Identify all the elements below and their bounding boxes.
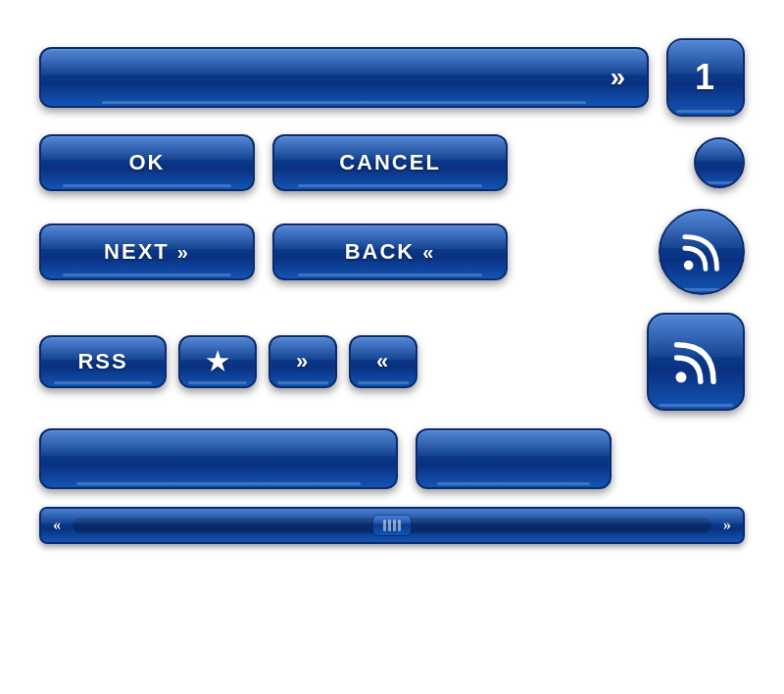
ok-button[interactable]: OK	[39, 134, 255, 191]
rss-text-button[interactable]: RSS	[39, 335, 167, 388]
number-label: 1	[695, 57, 716, 98]
scrollbar-thumb[interactable]	[372, 515, 412, 536]
star-button[interactable]: ★	[178, 335, 257, 388]
small-circle-button[interactable]	[694, 137, 745, 188]
forward-wide-button[interactable]	[39, 47, 649, 108]
svg-point-0	[684, 261, 694, 271]
rss-square-button[interactable]	[647, 313, 745, 411]
scrollbar[interactable]: « »	[39, 507, 745, 544]
rss-circle-icon	[661, 211, 743, 293]
ok-label: OK	[129, 150, 166, 175]
thumb-grip-3	[393, 520, 396, 531]
scrollbar-track[interactable]	[73, 518, 711, 533]
next-label: NEXT	[104, 239, 170, 265]
scrollbar-right-arrow[interactable]: »	[723, 517, 731, 534]
cancel-button[interactable]: CANCEL	[272, 134, 508, 191]
blank-medium-button[interactable]	[416, 428, 612, 489]
back-button[interactable]: BACK «	[272, 223, 508, 280]
next-chevron-icon: »	[177, 241, 190, 264]
rss-square-icon	[649, 315, 743, 409]
back-chevron-icon: «	[422, 241, 435, 264]
next-button[interactable]: NEXT »	[39, 223, 255, 280]
thumb-grip-1	[383, 520, 386, 531]
thumb-grip-2	[388, 520, 391, 531]
blank-wide-button[interactable]	[39, 428, 398, 489]
backward-small-icon: «	[376, 349, 390, 374]
forward-small-button[interactable]: »	[269, 335, 337, 388]
back-label: BACK	[345, 239, 416, 265]
scrollbar-left-arrow[interactable]: «	[53, 517, 61, 534]
cancel-label: CANCEL	[339, 150, 441, 175]
svg-point-1	[675, 372, 686, 382]
double-right-icon	[610, 62, 627, 93]
backward-small-button[interactable]: «	[349, 335, 417, 388]
number-1-button[interactable]: 1	[666, 38, 745, 117]
star-icon: ★	[206, 347, 230, 377]
thumb-grip-4	[398, 520, 401, 531]
rss-text-label: RSS	[77, 349, 127, 374]
rss-circle-button[interactable]	[659, 209, 745, 295]
forward-small-icon: »	[296, 349, 310, 374]
